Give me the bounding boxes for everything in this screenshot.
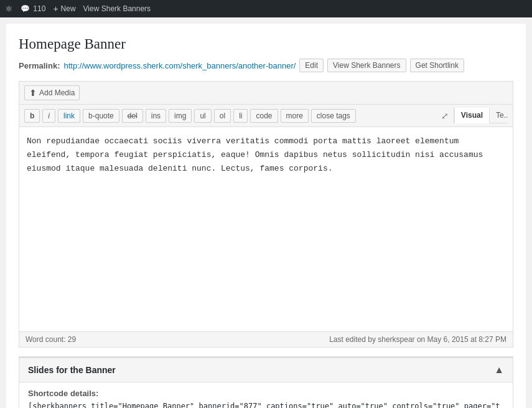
editor-footer: Word count: 29 Last edited by sherkspear… xyxy=(19,332,513,348)
format-buttons-row: b i link b-quote del ins img ul ol li co… xyxy=(19,104,513,126)
editor-tabs: Visual Te... xyxy=(454,108,508,123)
code-btn[interactable]: code xyxy=(250,109,278,123)
word-count: Word count: 29 xyxy=(26,335,76,344)
editor-wrapper: b i link b-quote del ins img ul ol li co… xyxy=(19,104,513,348)
shortcode-label: Shortcode details: xyxy=(28,389,504,398)
ins-btn[interactable]: ins xyxy=(146,109,166,123)
img-btn[interactable]: img xyxy=(169,109,192,123)
view-sherk-banners-link[interactable]: View Sherk Banners xyxy=(83,4,151,13)
close-tags-btn[interactable]: close tags xyxy=(311,109,356,123)
slides-title: Slides for the Banner xyxy=(28,365,116,375)
ol-btn[interactable]: ol xyxy=(214,109,231,123)
permalink-url[interactable]: http://www.wordpress.sherk.com/sherk_ban… xyxy=(63,61,296,70)
admin-bar: ⚛ 💬 110 + New View Sherk Banners xyxy=(0,0,532,17)
view-sherk-banners-button[interactable]: View Sherk Banners xyxy=(327,59,406,72)
editor-area[interactable]: Non repudiandae occaecati sociis viverra… xyxy=(19,126,513,332)
expand-editor-icon[interactable]: ⤢ xyxy=(439,110,451,122)
page-title: Homepage Banner xyxy=(19,36,513,52)
add-media-icon: ⬆ xyxy=(29,88,37,98)
editor-content: Non repudiandae occaecati sociis viverra… xyxy=(27,135,505,176)
notification-count[interactable]: 💬 110 xyxy=(21,4,45,13)
slides-section: Slides for the Banner ▲ Shortcode detail… xyxy=(19,356,513,408)
del-btn[interactable]: del xyxy=(122,109,143,123)
slides-header: Slides for the Banner ▲ xyxy=(19,358,513,382)
ul-btn[interactable]: ul xyxy=(194,109,211,123)
shortcode-value: [sherkbanners title="Homepage Banner" ba… xyxy=(28,402,504,408)
toolbar-row: ⬆ Add Media xyxy=(19,81,513,104)
bquote-btn[interactable]: b-quote xyxy=(83,109,119,123)
edit-permalink-button[interactable]: Edit xyxy=(299,59,324,72)
wp-icon[interactable]: ⚛ xyxy=(5,4,13,14)
permalink-label: Permalink: xyxy=(19,61,60,70)
new-item-btn[interactable]: + New xyxy=(53,4,75,14)
italic-btn[interactable]: i xyxy=(42,109,55,123)
get-shortlink-button[interactable]: Get Shortlink xyxy=(410,59,464,72)
li-btn[interactable]: li xyxy=(233,109,248,123)
slides-body: Shortcode details: [sherkbanners title="… xyxy=(19,382,513,408)
link-btn[interactable]: link xyxy=(58,109,80,123)
last-edited-info: Last edited by sherkspear on May 6, 2015… xyxy=(329,335,506,344)
tab-visual[interactable]: Visual xyxy=(454,108,489,123)
main-content: Homepage Banner Permalink: http://www.wo… xyxy=(6,24,526,408)
bold-btn[interactable]: b xyxy=(24,109,40,123)
plus-icon: + xyxy=(53,4,58,14)
tab-text[interactable]: Te... xyxy=(489,108,508,123)
add-media-button[interactable]: ⬆ Add Media xyxy=(24,85,80,100)
slides-toggle-icon[interactable]: ▲ xyxy=(494,364,504,376)
permalink-row: Permalink: http://www.wordpress.sherk.co… xyxy=(19,59,513,72)
more-btn[interactable]: more xyxy=(281,109,309,123)
